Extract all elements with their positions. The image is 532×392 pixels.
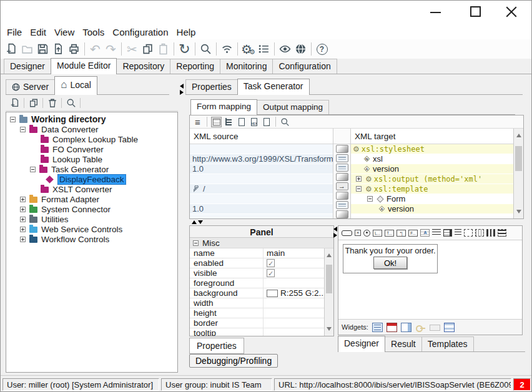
tab-output-mapping[interactable]: Output mapping [257,100,329,114]
splitter-collapse-left-icon[interactable] [333,227,337,232]
selection-area-icon[interactable] [464,229,473,237]
search-icon[interactable] [198,41,214,57]
tab-designer[interactable]: Designer [4,59,51,74]
minimize-icon[interactable] [430,12,441,13]
property-row-background[interactable]: background R:255 G:2... [190,288,333,298]
ok-button[interactable]: Ok! [373,257,407,269]
mapping-assign-button[interactable] [336,210,348,218]
xml-target-row[interactable]: ⚙ xsl:template [351,184,513,194]
tree-widget-icon[interactable] [455,229,461,237]
tree-item-complex-lookup-table[interactable]: Complex Lookup Table [6,134,177,144]
property-row-height[interactable]: height [190,308,333,318]
tab-configuration[interactable]: Configuration [272,59,337,74]
property-row-border[interactable]: border [190,318,333,328]
scroll-down-icon[interactable] [327,327,332,331]
mapping-equal-button[interactable] [336,154,348,162]
mapping-arrow-button[interactable]: → [336,182,348,190]
mapping-assign-button[interactable] [336,192,348,200]
cut-icon[interactable]: ✂ [124,41,140,57]
property-row-width[interactable]: width [190,298,333,308]
wifi-publish-icon[interactable] [219,41,235,57]
export-document-icon[interactable]: → [261,117,272,127]
textfield-widget-icon[interactable]: T... [385,230,394,237]
tab-form-mapping[interactable]: Form mapping [190,99,257,115]
tree-item-data-converter[interactable]: Data Converter [6,124,177,134]
import-document-icon[interactable] [51,41,66,57]
form-panel-main[interactable]: Thank you for your order. Ok! [343,244,438,273]
xml-source-row[interactable]: http://www.w3.org/1999/XSL/Transform [190,154,333,164]
expand-icon[interactable] [20,227,26,232]
tree-item-lookup-table[interactable]: Lookup Table [6,154,177,164]
splitter-collapse-up-down[interactable] [192,220,203,224]
column-layout-icon[interactable] [486,229,495,237]
xml-source-row[interactable] [190,214,333,219]
splitter-collapse-right-icon[interactable] [180,90,184,95]
new-module-icon[interactable] [7,97,22,110]
menu-edit[interactable]: Edit [29,26,51,39]
menu-tools[interactable]: Tools [81,26,109,39]
scrollbar-thumb[interactable] [326,265,332,293]
mapping-assign-button[interactable] [336,145,348,153]
scroll-up-icon[interactable] [516,134,521,137]
password-widget-icon[interactable]: *| [397,230,406,237]
status-error-badge[interactable]: 2 [513,378,531,391]
collapse-icon[interactable] [30,167,36,172]
expand-icon[interactable] [20,237,26,242]
tree-item-format-adapter[interactable]: Format Adapter [6,194,177,204]
property-row-visible[interactable]: visible ✓ [190,268,333,278]
formatted-field-widget-icon[interactable]: F... [408,230,418,237]
xml-source-row[interactable]: 1.0 [190,204,333,214]
tree-item-system-connector[interactable]: System Connector [6,204,177,214]
tab-repository[interactable]: Repository [116,59,170,74]
tab-local[interactable]: ⌂ Local [54,76,97,95]
hamburger-menu-icon[interactable]: ≡ [192,117,203,127]
collapse-icon[interactable] [367,196,373,202]
checkbox-checked-icon[interactable]: ✓ [267,259,275,267]
debugging-profiling-button[interactable]: Debugging/Profiling [189,354,278,368]
xml-source-row[interactable] [190,174,333,184]
textarea-widget-icon[interactable]: A [420,229,430,237]
checkbox-widget-icon[interactable]: × [355,230,361,236]
tree-item-task-generator[interactable]: Task Generator [6,164,177,174]
tree-item-working-directory[interactable]: Working directory [6,114,177,124]
globe-icon[interactable] [293,41,308,57]
tab-reporting[interactable]: Reporting [170,59,220,74]
menu-file[interactable]: File [6,26,26,39]
tab-templates[interactable]: Templates [421,336,474,351]
new-document-icon[interactable] [4,41,19,57]
save-icon[interactable] [35,41,51,57]
copy-icon[interactable] [140,41,155,57]
tab-module-editor[interactable]: Module Editor [51,58,117,74]
menu-view[interactable]: View [53,26,79,39]
delete-trash-icon[interactable] [45,97,59,110]
tab-properties[interactable]: Properties [185,79,238,94]
tree-search-icon[interactable] [64,97,78,110]
calendar-widget-button[interactable] [387,323,397,332]
tree-item-workflow-controls[interactable]: Workflow Controls [6,234,177,244]
textfield-widget-button[interactable] [430,325,440,331]
splitter-collapse-right-icon[interactable] [333,233,337,238]
tab-designer-view[interactable]: Designer [338,336,385,352]
help-icon[interactable]: ? [314,41,330,57]
scrollbar-thumb[interactable] [515,146,522,171]
open-folder-icon[interactable] [19,41,35,57]
expand-icon[interactable] [20,217,26,222]
xml-target-row[interactable]: Form [351,194,513,204]
duplicate-icon[interactable] [26,97,41,110]
xml-source-row[interactable] [190,194,333,204]
menu-configuration[interactable]: Configuration [111,26,172,39]
radiobutton-widget-icon[interactable] [363,230,370,237]
collapse-icon[interactable] [10,117,16,122]
eye-icon[interactable] [277,41,293,57]
xml-target-row[interactable]: A version [351,164,513,174]
grid-view-icon[interactable] [211,117,222,127]
expand-icon[interactable] [356,176,362,182]
xml-target-row[interactable]: ⚙ xsl:stylesheet [351,144,513,154]
maximize-icon[interactable] [470,6,481,17]
button-widget-icon[interactable] [342,230,352,236]
label-widget-icon[interactable]: L... [373,230,382,237]
xml-target-row[interactable]: N xsl [351,154,513,164]
mapping-search-icon[interactable] [280,117,290,127]
list-properties-icon[interactable] [256,41,272,57]
property-row-name[interactable]: namemain [190,248,333,258]
